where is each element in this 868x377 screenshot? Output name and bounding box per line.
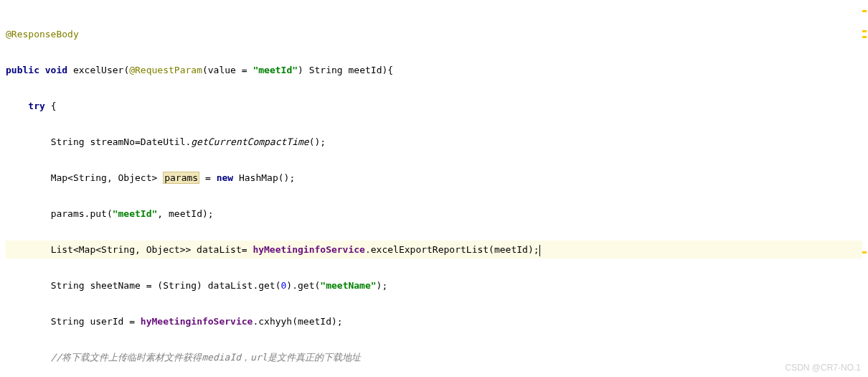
- gutter-warning-marker[interactable]: [862, 251, 867, 253]
- code-line: String sheetName = (String) dataList.get…: [6, 276, 862, 294]
- code-line: //将下载文件上传临时素材文件获得mediaId，url是文件真正的下载地址: [6, 348, 862, 366]
- code-line: public void excelUser(@RequestParam(valu…: [6, 61, 862, 79]
- annotation: @ResponseBody: [6, 29, 79, 39]
- gutter-warning-marker[interactable]: [862, 36, 867, 38]
- gutter-warning-marker[interactable]: [862, 10, 867, 12]
- text-caret: [539, 245, 540, 256]
- code-line: String streamNo=DateUtil.getCurrentCompa…: [6, 133, 862, 151]
- code-line: @ResponseBody: [6, 25, 862, 43]
- unused-variable-warning: params: [163, 172, 199, 184]
- comment: //将下载文件上传临时素材文件获得mediaId，url是文件真正的下载地址: [51, 352, 361, 363]
- watermark: CSDN @CR7-NO.1: [785, 363, 861, 373]
- gutter-warning-marker[interactable]: [862, 30, 867, 32]
- code-line: Map<String, Object> params = new HashMap…: [6, 169, 862, 187]
- code-editor[interactable]: @ResponseBody public void excelUser(@Req…: [0, 0, 868, 377]
- code-line: try {: [6, 97, 862, 115]
- code-line: String userId = hyMeetinginfoService.cxh…: [6, 312, 862, 330]
- code-line-highlighted: List<Map<String, Object>> dataList= hyMe…: [6, 241, 862, 259]
- code-line: params.put("meetId", meetId);: [6, 205, 862, 223]
